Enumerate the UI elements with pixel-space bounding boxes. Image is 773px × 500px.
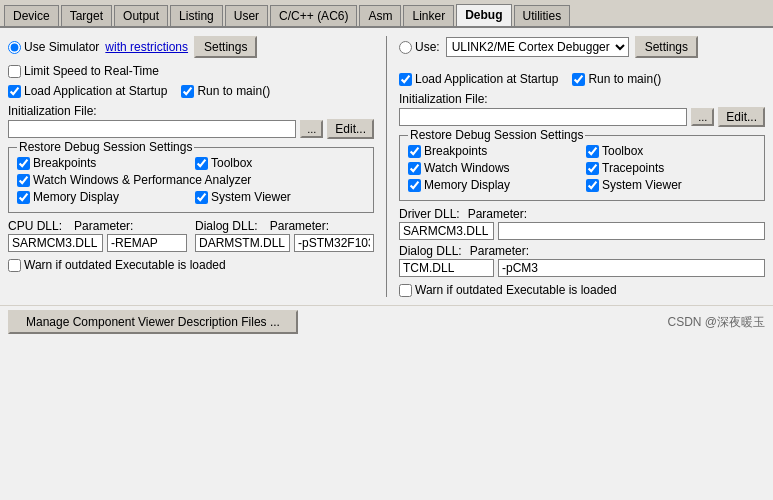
- right-edit-button[interactable]: Edit...: [718, 107, 765, 127]
- tab-target[interactable]: Target: [61, 5, 112, 26]
- left-dots-button[interactable]: ...: [300, 120, 323, 138]
- left-run-to-main-checkbox[interactable]: [181, 85, 194, 98]
- left-breakpoints-label[interactable]: Breakpoints: [17, 156, 187, 170]
- right-driver-param-input[interactable]: [498, 222, 765, 240]
- right-driver-dll-input[interactable]: [399, 222, 494, 240]
- left-watch-checkbox[interactable]: [17, 174, 30, 187]
- right-system-viewer-checkbox[interactable]: [586, 179, 599, 192]
- left-restore-group: Restore Debug Session Settings Breakpoin…: [8, 147, 374, 213]
- left-cpu-param-input[interactable]: [107, 234, 187, 252]
- right-restore-group-title: Restore Debug Session Settings: [408, 128, 585, 142]
- right-dialog-dll-label: Dialog DLL:: [399, 244, 462, 258]
- tab-device[interactable]: Device: [4, 5, 59, 26]
- right-tracepoints-checkbox[interactable]: [586, 162, 599, 175]
- left-init-file-input[interactable]: [8, 120, 296, 138]
- right-dots-button[interactable]: ...: [691, 108, 714, 126]
- right-load-app-label[interactable]: Load Application at Startup: [399, 72, 558, 86]
- right-dialog-dll-group: Dialog DLL: Parameter:: [399, 244, 765, 277]
- left-checkbox-grid: Breakpoints Toolbox Watch Windows & Perf…: [17, 156, 365, 204]
- tab-user[interactable]: User: [225, 5, 268, 26]
- right-init-file-group: Initialization File: ... Edit...: [399, 92, 765, 127]
- tab-bar: Device Target Output Listing User C/C++ …: [0, 0, 773, 28]
- left-memory-label[interactable]: Memory Display: [17, 190, 187, 204]
- tab-asm[interactable]: Asm: [359, 5, 401, 26]
- tab-output[interactable]: Output: [114, 5, 168, 26]
- right-driver-dll-row: Driver DLL: Parameter:: [399, 207, 765, 240]
- left-toolbox-label[interactable]: Toolbox: [195, 156, 365, 170]
- limit-speed-label[interactable]: Limit Speed to Real-Time: [8, 64, 159, 78]
- panel-separator: [386, 36, 387, 297]
- left-cpu-dll-input[interactable]: [8, 234, 103, 252]
- left-watch-label[interactable]: Watch Windows & Performance Analyzer: [17, 173, 365, 187]
- right-memory-checkbox[interactable]: [408, 179, 421, 192]
- right-use-row: Use: ULINK2/ME Cortex Debugger Settings: [399, 36, 765, 58]
- left-cpu-param-label: Parameter:: [74, 219, 133, 233]
- manage-component-button[interactable]: Manage Component Viewer Description File…: [8, 310, 298, 334]
- right-debugger-select[interactable]: ULINK2/ME Cortex Debugger: [446, 37, 629, 57]
- right-settings-button[interactable]: Settings: [635, 36, 698, 58]
- left-settings-button[interactable]: Settings: [194, 36, 257, 58]
- left-restore-group-title: Restore Debug Session Settings: [17, 140, 194, 154]
- right-run-to-main-label[interactable]: Run to main(): [572, 72, 661, 86]
- right-use-radio[interactable]: [399, 41, 412, 54]
- left-load-app-label[interactable]: Load Application at Startup: [8, 84, 167, 98]
- right-dialog-dll-row: Dialog DLL: Parameter:: [399, 244, 765, 277]
- left-breakpoints-checkbox[interactable]: [17, 157, 30, 170]
- right-warn-row: Warn if outdated Executable is loaded: [399, 283, 765, 297]
- bottom-bar: Manage Component Viewer Description File…: [0, 305, 773, 338]
- limit-speed-checkbox[interactable]: [8, 65, 21, 78]
- with-restrictions-link[interactable]: with restrictions: [105, 40, 188, 54]
- right-warn-checkbox[interactable]: [399, 284, 412, 297]
- right-memory-label[interactable]: Memory Display: [408, 178, 578, 192]
- right-system-viewer-label[interactable]: System Viewer: [586, 178, 756, 192]
- right-dll-section: Driver DLL: Parameter: Dialog DLL: Param…: [399, 207, 765, 277]
- right-watch-label[interactable]: Watch Windows: [408, 161, 578, 175]
- left-panel: Use Simulator with restrictions Settings…: [8, 36, 374, 297]
- tab-listing[interactable]: Listing: [170, 5, 223, 26]
- left-init-file-row: ... Edit...: [8, 119, 374, 139]
- right-breakpoints-checkbox[interactable]: [408, 145, 421, 158]
- left-dialog-dll-label: Dialog DLL:: [195, 219, 258, 233]
- right-init-file-input[interactable]: [399, 108, 687, 126]
- left-dialog-dll-input[interactable]: [195, 234, 290, 252]
- main-content: Use Simulator with restrictions Settings…: [0, 28, 773, 305]
- right-use-radio-label[interactable]: Use:: [399, 40, 440, 54]
- left-system-viewer-checkbox[interactable]: [195, 191, 208, 204]
- right-dialog-dll-input[interactable]: [399, 259, 494, 277]
- right-toolbox-checkbox[interactable]: [586, 145, 599, 158]
- left-init-file-group: Initialization File: ... Edit...: [8, 104, 374, 139]
- left-edit-button[interactable]: Edit...: [327, 119, 374, 139]
- csdn-watermark: CSDN @深夜暖玉: [667, 314, 765, 331]
- right-tracepoints-label[interactable]: Tracepoints: [586, 161, 756, 175]
- left-cpu-dll-label: CPU DLL:: [8, 219, 62, 233]
- tab-cpp[interactable]: C/C++ (AC6): [270, 5, 357, 26]
- right-dialog-param-input[interactable]: [498, 259, 765, 277]
- tab-utilities[interactable]: Utilities: [514, 5, 571, 26]
- tab-linker[interactable]: Linker: [403, 5, 454, 26]
- right-load-run-row: Load Application at Startup Run to main(…: [399, 72, 765, 86]
- right-warn-label[interactable]: Warn if outdated Executable is loaded: [399, 283, 617, 297]
- right-panel: Use: ULINK2/ME Cortex Debugger Settings …: [399, 36, 765, 297]
- left-warn-checkbox[interactable]: [8, 259, 21, 272]
- left-dll-table: CPU DLL: Parameter: Dialog DLL: Paramete…: [8, 219, 374, 252]
- right-toolbox-label[interactable]: Toolbox: [586, 144, 756, 158]
- left-memory-checkbox[interactable]: [17, 191, 30, 204]
- right-run-to-main-checkbox[interactable]: [572, 73, 585, 86]
- tab-debug[interactable]: Debug: [456, 4, 511, 26]
- right-driver-dll-group: Driver DLL: Parameter:: [399, 207, 765, 240]
- left-warn-label[interactable]: Warn if outdated Executable is loaded: [8, 258, 226, 272]
- use-simulator-label[interactable]: Use Simulator: [8, 40, 99, 54]
- right-watch-checkbox[interactable]: [408, 162, 421, 175]
- left-init-file-label: Initialization File:: [8, 104, 374, 118]
- right-load-app-checkbox[interactable]: [399, 73, 412, 86]
- left-toolbox-checkbox[interactable]: [195, 157, 208, 170]
- left-load-app-checkbox[interactable]: [8, 85, 21, 98]
- left-run-to-main-label[interactable]: Run to main(): [181, 84, 270, 98]
- right-driver-dll-label: Driver DLL:: [399, 207, 460, 221]
- right-breakpoints-label[interactable]: Breakpoints: [408, 144, 578, 158]
- use-simulator-radio[interactable]: [8, 41, 21, 54]
- left-dialog-param-input[interactable]: [294, 234, 374, 252]
- left-system-viewer-label[interactable]: System Viewer: [195, 190, 365, 204]
- left-load-run-row: Load Application at Startup Run to main(…: [8, 84, 374, 98]
- limit-speed-row: Limit Speed to Real-Time: [8, 64, 374, 78]
